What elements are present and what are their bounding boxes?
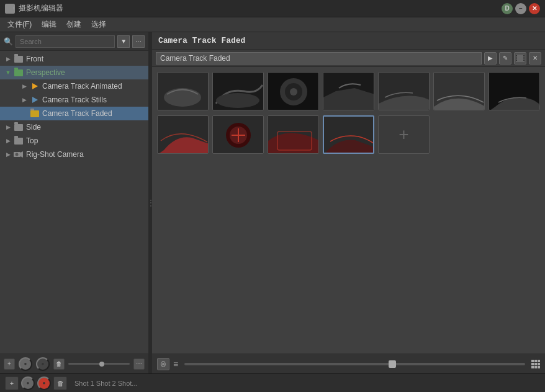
status-text: Shot 1 Shot 2 Shot... [70, 380, 540, 387]
window-controls: D − ✕ [502, 3, 540, 14]
thumbnail-6[interactable] [433, 72, 485, 110]
gallery: + [152, 67, 545, 354]
svg-rect-9 [523, 55, 525, 56]
bottombar: + ● ● 🗑 Shot 1 Shot 2 Shot... [0, 373, 545, 392]
folder-icon-perspective [14, 68, 24, 78]
name-input[interactable] [156, 52, 482, 65]
delete-shot-button[interactable]: ✕ [529, 52, 541, 65]
bb-add-button[interactable]: + [5, 376, 19, 390]
filter-options-button[interactable]: ⋯ [133, 359, 145, 370]
tree-label-stills: Camera Track Stills [42, 96, 107, 104]
tree-item-rig-shot[interactable]: ▶ Rig-Shot Camera [0, 148, 148, 161]
svg-rect-10 [523, 57, 525, 58]
play-button[interactable]: ▶ [484, 52, 497, 65]
menu-icon: ≡ [173, 359, 178, 369]
thumbnail-4[interactable] [323, 72, 374, 110]
svg-rect-5 [516, 55, 525, 62]
search-icon: 🔍 [4, 37, 13, 46]
svg-point-15 [216, 93, 259, 108]
svg-rect-8 [516, 60, 517, 61]
menu-create[interactable]: 创建 [61, 18, 86, 31]
svg-rect-0 [6, 6, 14, 11]
dot-btn-2[interactable]: ● [36, 357, 50, 371]
tree-item-camera-track-faded[interactable]: Camera Track Faded [0, 107, 148, 120]
expand-icon-stills: ▶ [20, 96, 29, 104]
svg-point-13 [164, 88, 201, 107]
thumbnail-3[interactable] [268, 72, 319, 110]
add-item-button[interactable]: + [4, 359, 15, 370]
tree-item-perspective[interactable]: ▼ Perspective [0, 66, 148, 79]
bb-delete-button[interactable]: 🗑 [53, 376, 67, 390]
menubar: 文件(F) 编辑 创建 选择 [0, 17, 545, 32]
titlebar: 摄影机编辑器 D − ✕ [0, 0, 545, 17]
tree-label-side: Side [26, 123, 41, 131]
content-area: Camera Track Faded ▶ ✎ ✕ [152, 32, 545, 373]
expand-icon-animated: ▶ [20, 82, 29, 91]
svg-point-19 [290, 88, 297, 96]
btn-d[interactable]: D [502, 3, 513, 14]
svg-rect-11 [523, 60, 525, 61]
thumbnail-2[interactable] [212, 72, 264, 110]
options-button[interactable]: ⋯ [132, 35, 145, 48]
eye-button[interactable] [157, 358, 169, 370]
delete-item-button[interactable]: 🗑 [53, 359, 65, 370]
tree-label-perspective: Perspective [26, 68, 65, 77]
tree-item-camera-track-animated[interactable]: ▶ Camera Track Animated [0, 79, 148, 93]
svg-rect-7 [516, 57, 517, 58]
tree-item-camera-track-stills[interactable]: ▶ Camera Track Stills [0, 93, 148, 107]
play-icon-animated [30, 81, 40, 91]
menu-edit[interactable]: 编辑 [37, 18, 61, 31]
thumbnail-11[interactable] [323, 115, 374, 154]
grid-view-button[interactable] [531, 360, 540, 368]
camera-icon-rig [14, 149, 24, 159]
thumbnail-10[interactable] [268, 115, 319, 154]
tree-item-top[interactable]: ▶ Top [0, 134, 148, 148]
svg-marker-1 [14, 6, 14, 10]
film-button[interactable] [514, 52, 526, 65]
folder-icon-side [14, 122, 24, 132]
gallery-row-1 [157, 72, 540, 110]
filter-button[interactable]: ▼ [117, 35, 130, 48]
window-title: 摄影机编辑器 [19, 3, 502, 14]
expand-icon-faded [20, 109, 29, 118]
expand-icon-side: ▶ [4, 123, 12, 131]
svg-rect-6 [516, 55, 517, 56]
bb-dot-2[interactable]: ● [37, 376, 51, 390]
dot-btn-1[interactable]: ● [19, 357, 32, 371]
tree: ▶ Front ▼ Perspective ▶ Camer [0, 51, 148, 354]
folder-icon-top [14, 136, 24, 146]
expand-icon-rig: ▶ [4, 150, 12, 159]
svg-point-31 [162, 363, 164, 365]
tree-label-top: Top [26, 136, 38, 145]
zoom-slider[interactable] [184, 363, 525, 365]
content-bottom-bar: ≡ [152, 354, 545, 373]
add-thumbnail-button[interactable]: + [378, 115, 430, 154]
tree-item-front[interactable]: ▶ Front [0, 52, 148, 66]
folder-icon-front [14, 54, 24, 64]
svg-marker-3 [20, 151, 23, 158]
tree-label-rig: Rig-Shot Camera [26, 150, 84, 159]
thumbnail-1[interactable] [157, 72, 209, 110]
name-bar: ▶ ✎ ✕ [152, 50, 545, 67]
btn-minimize[interactable]: − [515, 3, 526, 14]
panel-divider[interactable] [149, 32, 152, 373]
thumbnail-9[interactable] [212, 115, 264, 154]
sidebar-bottom: + ● ● 🗑 ⋯ [0, 354, 148, 373]
tree-item-side[interactable]: ▶ Side [0, 120, 148, 134]
tree-label-front: Front [26, 55, 43, 63]
thumbnail-8[interactable] [157, 115, 209, 154]
add-icon: + [399, 125, 408, 145]
app-icon [5, 4, 15, 14]
edit-button[interactable]: ✎ [499, 52, 511, 65]
bb-dot-1[interactable]: ● [21, 376, 35, 390]
search-input[interactable] [16, 35, 115, 48]
tree-label-animated: Camera Track Animated [42, 82, 122, 91]
thumbnail-5[interactable] [378, 72, 430, 110]
menu-select[interactable]: 选择 [86, 18, 111, 31]
expand-icon-perspective: ▼ [4, 68, 12, 77]
sidebar: 🔍 ▼ ⋯ ▶ Front ▼ Perspective [0, 32, 149, 373]
btn-close[interactable]: ✕ [529, 3, 540, 14]
expand-icon-top: ▶ [4, 136, 12, 145]
thumbnail-7[interactable] [489, 72, 540, 110]
menu-file[interactable]: 文件(F) [2, 18, 37, 31]
